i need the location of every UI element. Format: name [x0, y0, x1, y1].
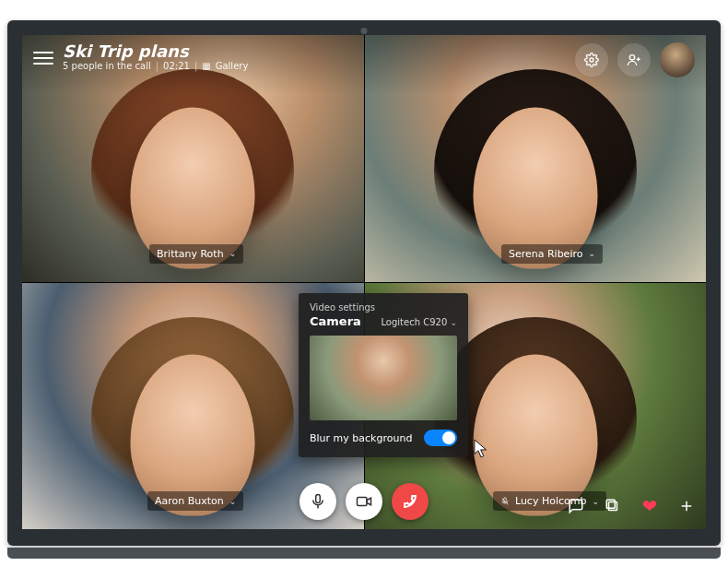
participant-name-chip[interactable]: Aaron Buxton ⌄: [147, 491, 243, 511]
svg-rect-5: [316, 495, 321, 503]
end-call-icon: [401, 492, 419, 511]
participant-count: 5 people in the call: [63, 61, 151, 71]
participant-name: Aaron Buxton: [155, 495, 224, 507]
title-block: Ski Trip plans 5 people in the call | 02…: [63, 42, 248, 71]
blur-label: Blur my background: [310, 432, 412, 444]
participant-name: Brittany Roth: [157, 248, 224, 260]
separator: |: [194, 61, 197, 71]
chevron-down-icon: ⌄: [588, 249, 595, 258]
camera-preview: [310, 336, 457, 420]
end-call-button[interactable]: [392, 483, 429, 520]
view-mode: Gallery: [216, 61, 249, 71]
more-button[interactable]: [676, 496, 697, 516]
share-screen-button[interactable]: [603, 496, 623, 516]
device-bezel: Brittany Roth ⌄ Serena Ribeiro ⌄ Aaron B…: [7, 20, 721, 546]
chat-button[interactable]: [566, 496, 586, 516]
separator: |: [156, 61, 159, 71]
chevron-down-icon: ⌄: [229, 497, 237, 506]
camera-icon: [356, 493, 372, 510]
add-person-button[interactable]: [617, 43, 651, 77]
participant-name-chip[interactable]: Serena Ribeiro ⌄: [501, 244, 603, 264]
blur-toggle[interactable]: [424, 430, 457, 446]
svg-point-1: [590, 58, 593, 62]
camera-row: Camera Logitech C920 ⌄: [310, 314, 457, 328]
camera-device-select[interactable]: Logitech C920 ⌄: [381, 317, 457, 327]
secondary-controls: ❤: [566, 496, 697, 516]
call-title: Ski Trip plans: [63, 42, 248, 61]
mute-button[interactable]: [299, 483, 336, 520]
mic-muted-icon: [500, 497, 510, 506]
camera-label: Camera: [310, 314, 361, 328]
call-header: Ski Trip plans 5 people in the call | 02…: [22, 35, 706, 94]
call-controls: [299, 483, 429, 520]
svg-rect-8: [609, 502, 617, 511]
svg-point-2: [629, 55, 634, 60]
self-avatar[interactable]: [660, 42, 695, 77]
participant-name-chip[interactable]: Brittany Roth ⌄: [149, 244, 243, 264]
svg-rect-7: [358, 498, 368, 506]
blur-background-row: Blur my background: [310, 430, 457, 446]
grid-icon: ▦: [202, 61, 210, 71]
settings-button[interactable]: [575, 43, 608, 77]
gear-icon: [584, 53, 599, 67]
call-screen: Brittany Roth ⌄ Serena Ribeiro ⌄ Aaron B…: [22, 35, 706, 529]
panel-title: Video settings: [310, 302, 457, 312]
participant-name: Serena Ribeiro: [509, 248, 583, 260]
react-button[interactable]: ❤: [640, 496, 660, 516]
svg-rect-9: [606, 500, 615, 508]
heart-icon: ❤: [642, 495, 658, 517]
chevron-down-icon: ⌄: [450, 318, 457, 327]
call-subtitle: 5 people in the call | 02:21 | ▦ Gallery: [63, 61, 248, 71]
chat-icon: [568, 498, 584, 514]
call-duration: 02:21: [163, 61, 190, 71]
add-person-icon: [627, 53, 641, 67]
header-actions: [575, 42, 695, 77]
chevron-down-icon: ⌄: [229, 249, 237, 258]
microphone-icon: [310, 493, 326, 510]
menu-button[interactable]: [33, 48, 53, 68]
video-settings-panel: Video settings Camera Logitech C920 ⌄ Bl…: [299, 293, 468, 457]
share-screen-icon: [605, 498, 621, 514]
camera-button[interactable]: [346, 483, 382, 520]
plus-icon: [678, 498, 695, 514]
